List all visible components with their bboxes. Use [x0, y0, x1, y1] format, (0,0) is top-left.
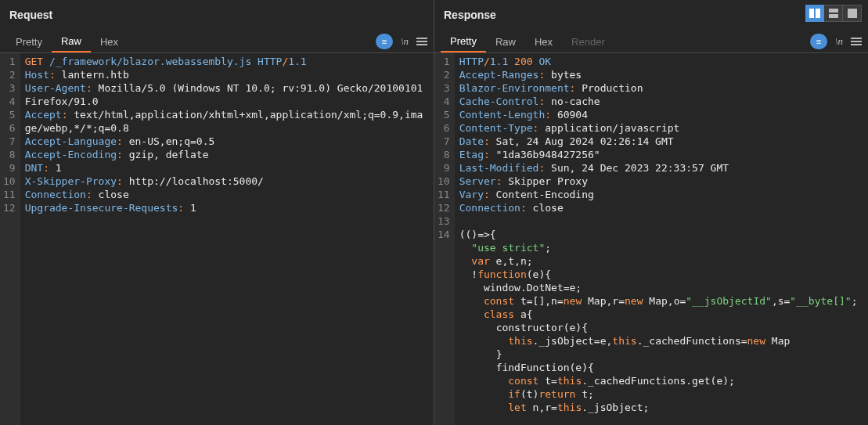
svg-rect-0 — [809, 9, 814, 18]
tab-render[interactable]: Render — [562, 31, 614, 52]
response-code[interactable]: HTTP/1.1 200 OKAccept-Ranges: bytesBlazo… — [455, 53, 868, 425]
response-gutter: 1234567891011121314 — [434, 53, 455, 425]
svg-rect-4 — [848, 9, 857, 18]
response-header: Response — [434, 0, 868, 30]
request-editor[interactable]: 123456789101112 GET /_framework/blazor.w… — [0, 53, 434, 425]
response-pane: Response Pretty Raw Hex Render ≡ \n 1234… — [434, 0, 868, 425]
view-stack-icon[interactable] — [824, 5, 843, 22]
tab-pretty[interactable]: Pretty — [441, 31, 486, 52]
request-tabs: Pretty Raw Hex ≡ \n — [0, 30, 434, 53]
response-editor[interactable]: 1234567891011121314 HTTP/1.1 200 OKAccep… — [434, 53, 868, 425]
svg-rect-1 — [816, 9, 820, 18]
tab-raw[interactable]: Raw — [486, 31, 525, 52]
newline-icon[interactable]: \n — [401, 35, 409, 48]
tab-pretty[interactable]: Pretty — [6, 31, 52, 52]
view-mode-buttons — [805, 5, 862, 22]
tab-raw[interactable]: Raw — [52, 31, 91, 52]
request-gutter: 123456789101112 — [0, 53, 20, 425]
request-title: Request — [9, 9, 52, 21]
view-split-icon[interactable] — [805, 5, 824, 22]
request-code[interactable]: GET /_framework/blazor.webassembly.js HT… — [20, 53, 434, 425]
request-pane: Request Pretty Raw Hex ≡ \n 123456789101… — [0, 0, 434, 425]
actions-chip-icon[interactable]: ≡ — [810, 34, 827, 49]
menu-icon[interactable] — [416, 38, 427, 45]
svg-rect-2 — [829, 9, 838, 13]
tab-hex[interactable]: Hex — [525, 31, 562, 52]
svg-rect-3 — [829, 14, 838, 18]
menu-icon[interactable] — [851, 38, 862, 45]
response-title: Response — [444, 9, 496, 21]
newline-icon[interactable]: \n — [835, 35, 843, 48]
actions-chip-icon[interactable]: ≡ — [376, 34, 393, 49]
tab-hex[interactable]: Hex — [91, 31, 128, 52]
request-header: Request — [0, 0, 434, 30]
response-tabs: Pretty Raw Hex Render ≡ \n — [434, 30, 868, 53]
view-single-icon[interactable] — [843, 5, 862, 22]
